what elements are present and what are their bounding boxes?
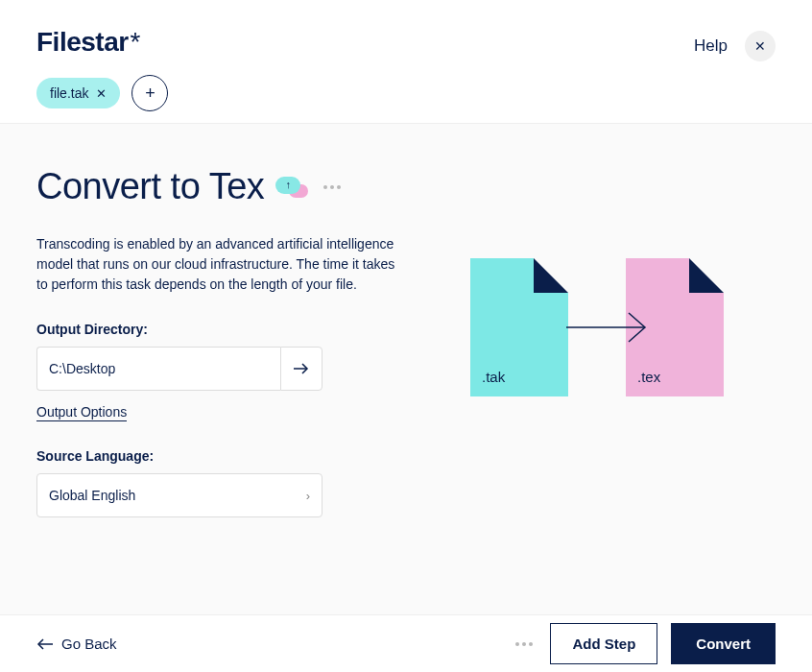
source-language-value: Global English [49,488,135,503]
source-file-ext: .tak [482,369,505,385]
remove-file-icon[interactable]: ✕ [96,86,107,101]
page-description: Transcoding is enabled by an advanced ar… [36,234,401,295]
go-back-button[interactable]: Go Back [36,636,117,652]
file-chip-label: file.tak [50,85,88,101]
help-link[interactable]: Help [694,36,728,56]
go-back-label: Go Back [61,636,117,652]
target-file-ext: .tex [637,369,660,385]
chevron-right-icon: › [306,489,310,503]
close-icon: ✕ [754,38,766,54]
output-directory-browse-button[interactable] [280,347,322,391]
logo-star-icon: * [131,27,140,57]
convert-button[interactable]: Convert [671,623,776,664]
page-title: Convert to Tex [36,166,264,207]
more-options-icon[interactable] [320,181,345,193]
cloud-upload-icon: ↑ [275,177,308,198]
add-step-button[interactable]: Add Step [550,623,657,664]
conversion-diagram: .tak .tex [470,258,724,396]
file-chip[interactable]: file.tak ✕ [36,78,120,108]
source-file-icon: .tak [470,258,568,396]
source-language-select[interactable]: Global English › [36,473,322,517]
arrow-right-icon [293,362,310,375]
plus-icon: + [145,84,155,104]
close-button[interactable]: ✕ [745,31,776,61]
app-logo: Filestar* [36,27,168,58]
arrow-left-icon [36,638,54,650]
output-directory-input[interactable] [36,347,280,391]
output-options-link[interactable]: Output Options [36,404,127,421]
source-language-label: Source Language: [36,448,776,464]
conversion-arrow-icon [566,308,653,347]
footer-more-icon[interactable] [512,638,537,650]
add-file-button[interactable]: + [131,75,168,111]
